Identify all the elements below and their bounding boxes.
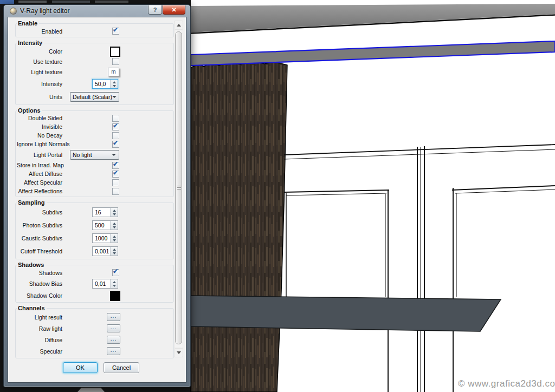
shadows-checkbox[interactable]: ✔: [112, 269, 119, 276]
row-units: UnitsDefault (Scalar): [17, 90, 172, 103]
light-result-browse-button[interactable]: ...: [107, 313, 120, 321]
spin-up-icon: [113, 81, 116, 83]
ignore-light-normals-label: Ignore Light Normals: [17, 141, 66, 147]
color-swatch[interactable]: [110, 47, 120, 57]
chevron-down-icon: [112, 96, 117, 98]
subdivs-value: 16: [93, 208, 110, 217]
section-title: Options: [17, 107, 42, 114]
caustic-subdivs-value: 1000: [93, 234, 110, 243]
shadow-bias-label: Shadow Bias: [17, 280, 66, 287]
spin-down-icon: [113, 213, 116, 215]
affect-specular-checkbox[interactable]: [112, 179, 119, 186]
section-intensity: IntensityColorUse textureLight texturemI…: [15, 40, 174, 105]
units-dropdown[interactable]: Default (Scalar): [70, 92, 119, 102]
section-title: Intensity: [17, 40, 44, 46]
check-icon: ✔: [113, 139, 118, 147]
spin-up-icon: [113, 223, 116, 225]
light-portal-dropdown[interactable]: No light: [70, 150, 119, 160]
scroll-up-button[interactable]: [174, 21, 183, 30]
row-no-decay: No Decay: [17, 131, 172, 140]
cancel-button[interactable]: Cancel: [104, 362, 139, 373]
row-affect-reflections: Affect Reflections: [17, 187, 172, 195]
wood-column: [191, 61, 287, 392]
ok-button[interactable]: OK: [63, 362, 98, 373]
shadows-label: Shadows: [17, 270, 66, 276]
shadow-color-swatch[interactable]: [110, 291, 120, 301]
ignore-light-normals-checkbox[interactable]: ✔: [112, 141, 119, 148]
affect-diffuse-checkbox[interactable]: ✔: [112, 171, 119, 178]
row-raw-light: Raw light...: [17, 323, 172, 334]
affect-reflections-label: Affect Reflections: [17, 188, 66, 194]
spin-up-icon: [113, 281, 116, 283]
row-light-portal: Light PortalNo light: [17, 148, 172, 161]
section-title: Shadows: [17, 262, 46, 268]
enabled-checkbox[interactable]: ✔: [112, 28, 119, 35]
row-double-sided: Double Sided: [17, 114, 172, 122]
invisible-checkbox[interactable]: ✔: [112, 123, 119, 130]
section-title: Sampling: [17, 199, 47, 206]
row-light-result: Light result...: [17, 311, 172, 323]
check-icon: ✔: [113, 26, 118, 34]
spinner-buttons[interactable]: [110, 234, 118, 243]
vray-light-editor-window: V-Ray light editor ? ✕ EnableEnabled✔Int…: [3, 4, 191, 387]
use-texture-checkbox[interactable]: [112, 58, 119, 65]
spinner-buttons[interactable]: [110, 279, 118, 288]
row-shadow-bias: Shadow Bias0,01: [17, 277, 172, 290]
shadow-bias-input[interactable]: 0,01: [92, 279, 118, 289]
intensity-label: Intensity: [17, 81, 66, 87]
row-caustic-subdivs: Caustic Subdivs1000: [17, 232, 172, 245]
diffuse-label: Diffuse: [17, 337, 66, 343]
spinner-buttons[interactable]: [110, 80, 118, 88]
enabled-label: Enabled: [17, 28, 66, 35]
invisible-label: Invisible: [17, 123, 66, 130]
row-photon-subdivs: Photon Subdivs500: [17, 219, 172, 232]
spin-up-icon: [113, 249, 116, 251]
spinner-buttons[interactable]: [110, 208, 118, 217]
units-label: Units: [17, 94, 66, 100]
row-enabled: Enabled✔: [17, 27, 172, 36]
units-selected-value: Default (Scalar): [70, 94, 112, 100]
row-affect-diffuse: Affect Diffuse✔: [17, 169, 172, 178]
affect-specular-label: Affect Specular: [17, 179, 66, 186]
window-title: V-Ray light editor: [20, 7, 69, 15]
section-title: Enable: [17, 20, 39, 27]
intensity-input[interactable]: 50,0: [92, 79, 118, 89]
caustic-subdivs-input[interactable]: 1000: [92, 233, 118, 243]
spin-down-icon: [113, 226, 116, 228]
raw-light-browse-button[interactable]: ...: [107, 324, 120, 332]
store-in-irrad-map-label: Store in Irrad. Map: [17, 162, 66, 168]
dialog-client-area: EnableEnabled✔IntensityColorUse textureL…: [8, 17, 186, 383]
scrollbar[interactable]: [174, 21, 183, 357]
cutoff-threshold-input[interactable]: 0,001: [92, 246, 118, 256]
double-sided-checkbox[interactable]: [112, 115, 119, 122]
scrollbar-track[interactable]: [174, 30, 183, 348]
beam: [191, 296, 501, 331]
chevron-down-icon: [112, 154, 116, 156]
close-icon: ✕: [171, 6, 176, 14]
arrow-up-icon: [177, 24, 181, 27]
help-button[interactable]: ?: [148, 5, 162, 15]
raw-light-label: Raw light: [17, 325, 66, 332]
subdivs-input[interactable]: 16: [92, 207, 118, 217]
row-store-in-irrad-map: Store in Irrad. Map✔: [17, 161, 172, 169]
row-light-texture: Light texturem: [17, 66, 172, 77]
no-decay-checkbox[interactable]: [112, 132, 119, 139]
row-specular: Specular...: [17, 345, 172, 357]
photon-subdivs-value: 500: [93, 221, 110, 230]
photon-subdivs-input[interactable]: 500: [92, 220, 118, 230]
diffuse-browse-button[interactable]: ...: [107, 336, 120, 344]
spinner-buttons[interactable]: [110, 221, 118, 230]
light-texture-button[interactable]: m: [108, 68, 119, 76]
specular-browse-button[interactable]: ...: [107, 347, 120, 355]
spin-down-icon: [113, 85, 116, 87]
scroll-down-button[interactable]: [174, 348, 183, 357]
store-in-irrad-map-checkbox[interactable]: ✔: [112, 162, 119, 169]
affect-reflections-checkbox[interactable]: [112, 188, 119, 195]
row-invisible: Invisible✔: [17, 122, 172, 131]
close-button[interactable]: ✕: [163, 5, 185, 15]
cutoff-threshold-label: Cutoff Threshold: [17, 248, 66, 254]
spinner-buttons[interactable]: [110, 247, 118, 256]
light-portal-label: Light Portal: [17, 152, 66, 158]
scrollbar-thumb[interactable]: [175, 31, 182, 344]
double-sided-label: Double Sided: [17, 115, 66, 121]
